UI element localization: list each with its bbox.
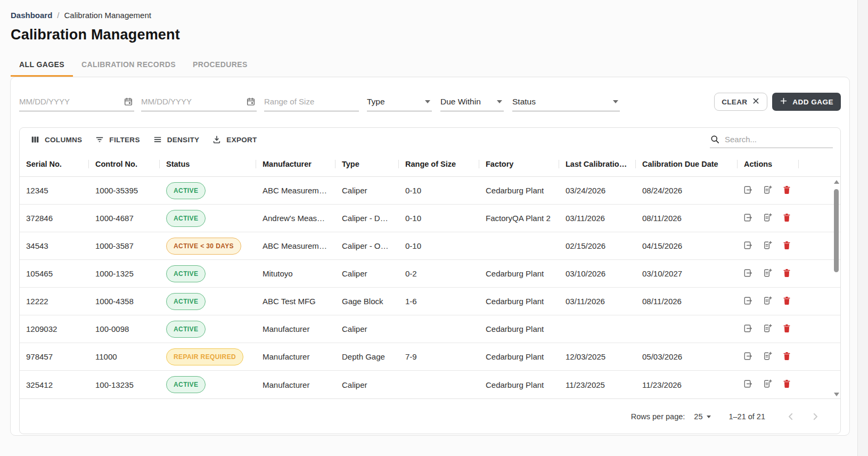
column-header-factory[interactable]: Factory (479, 160, 559, 168)
table-row[interactable]: 345431000-3587ACTIVE < 30 DAYSABC Measur… (20, 232, 840, 260)
date-to-field[interactable] (141, 92, 257, 111)
cell-manufacturer: Manufacturer (256, 352, 335, 361)
add-calibration-record-button[interactable] (763, 323, 773, 335)
date-from-field[interactable] (19, 92, 134, 111)
calendar-icon[interactable] (246, 97, 256, 107)
toolbar-button-label: DENSITY (167, 136, 200, 144)
add-calibration-record-button[interactable] (763, 268, 773, 280)
exit-to-app-icon (743, 296, 753, 307)
status-badge: REPAIR REQUIRED (166, 348, 243, 365)
cell-serial-no: 325412 (20, 380, 89, 389)
column-header-range-of-size[interactable]: Range of Size (399, 160, 479, 168)
export-button[interactable]: EXPORT (207, 132, 262, 148)
table-row[interactable]: 122221000-4358ACTIVEABC Test MFGGage Blo… (20, 288, 840, 315)
column-header-manufacturer[interactable]: Manufacturer (256, 160, 335, 168)
tab-all-gages[interactable]: ALL GAGES (11, 54, 73, 77)
cell-factory: Cedarburg Plant (479, 352, 559, 361)
add-gage-button[interactable]: ADD GAGE (772, 93, 841, 111)
cell-factory: Cedarburg Plant (479, 186, 559, 195)
calendar-icon[interactable] (124, 97, 133, 107)
type-select[interactable]: Type (367, 92, 432, 111)
add-calibration-record-button[interactable] (763, 240, 773, 252)
data-grid: COLUMNSFILTERSDENSITYEXPORT Serial No.Co… (19, 127, 841, 434)
column-header-control-no[interactable]: Control No. (89, 160, 160, 168)
date-to-input[interactable] (141, 97, 246, 106)
scrollbar-up-arrow[interactable] (834, 180, 839, 184)
exit-to-app-icon (743, 351, 753, 363)
open-gage-button[interactable] (743, 323, 753, 335)
column-header-type[interactable]: Type (335, 160, 399, 168)
range-of-size-field[interactable] (264, 92, 359, 111)
cell-actions (738, 323, 799, 335)
search-input[interactable] (724, 134, 833, 144)
tab-calibration-records[interactable]: CALIBRATION RECORDS (73, 54, 184, 77)
add-calibration-record-button[interactable] (763, 351, 773, 363)
scrollbar-down-arrow[interactable] (834, 393, 839, 396)
column-header-serial-no[interactable]: Serial No. (20, 160, 89, 168)
table-scrollbar[interactable] (833, 177, 839, 398)
rows-per-page-value: 25 (694, 412, 702, 421)
cell-actions (738, 213, 799, 224)
clear-filters-button[interactable]: CLEAR (714, 93, 767, 111)
rows-per-page-select[interactable]: 25 (694, 412, 711, 421)
add-calibration-record-button[interactable] (763, 296, 773, 307)
cell-serial-no: 1209032 (20, 324, 89, 333)
open-gage-button[interactable] (743, 296, 753, 307)
range-of-size-input[interactable] (264, 97, 359, 106)
delete-gage-button[interactable] (782, 351, 792, 363)
breadcrumb-dashboard-link[interactable]: Dashboard (11, 11, 52, 20)
delete-gage-button[interactable] (782, 379, 792, 390)
add-calibration-record-button[interactable] (763, 213, 773, 224)
table-row[interactable]: 1054651000-1325ACTIVEMitutoyoCaliper0-2C… (20, 260, 840, 288)
delete-gage-button[interactable] (782, 296, 792, 307)
next-page-button[interactable] (810, 411, 821, 422)
cell-status: ACTIVE (160, 321, 256, 338)
open-gage-button[interactable] (743, 240, 753, 252)
scrollbar-thumb[interactable] (834, 189, 839, 272)
search-field[interactable] (710, 132, 833, 148)
table-row[interactable]: 1209032100-0098ACTIVEManufacturerCaliper… (20, 315, 840, 343)
delete-gage-button[interactable] (782, 323, 792, 335)
status-badge: ACTIVE (166, 265, 206, 282)
delete-gage-button[interactable] (782, 185, 792, 197)
clear-button-label: CLEAR (722, 98, 747, 106)
due-within-select-label: Due Within (440, 97, 481, 107)
open-gage-button[interactable] (743, 268, 753, 280)
cell-actions (738, 240, 799, 252)
table-row[interactable]: 123451000-35395ACTIVEABC Measureme…Calip… (20, 177, 840, 205)
date-from-input[interactable] (19, 97, 124, 106)
page-header: Dashboard / Calibration Management Calib… (0, 0, 868, 77)
delete-gage-button[interactable] (782, 213, 792, 224)
cell-status: ACTIVE (160, 293, 256, 310)
open-gage-button[interactable] (743, 185, 753, 197)
open-gage-button[interactable] (743, 351, 753, 363)
filters-button[interactable]: FILTERS (89, 132, 145, 148)
column-header-status[interactable]: Status (160, 160, 256, 168)
previous-page-button[interactable] (785, 411, 796, 422)
table-row[interactable]: 325412100-13235ACTIVEManufacturerCaliper… (20, 371, 840, 398)
trash-icon (782, 351, 792, 363)
add-calibration-record-button[interactable] (763, 379, 773, 390)
column-header-calibration-due-date[interactable]: Calibration Due Date (636, 160, 738, 168)
viewport-scrollbar[interactable] (857, 0, 868, 456)
tab-procedures[interactable]: PROCEDURES (184, 54, 256, 77)
columns-button[interactable]: COLUMNS (25, 132, 87, 148)
cell-actions (738, 185, 799, 197)
open-gage-button[interactable] (743, 213, 753, 224)
add-calibration-record-button[interactable] (763, 185, 773, 197)
open-gage-button[interactable] (743, 379, 753, 390)
cell-type: Caliper - Out… (335, 241, 399, 250)
due-within-select[interactable]: Due Within (440, 92, 504, 111)
cell-calibration-due-date: 08/24/2026 (636, 186, 738, 195)
cell-control-no: 100-0098 (89, 324, 160, 333)
table-row[interactable]: 97845711000REPAIR REQUIREDManufacturerDe… (20, 343, 840, 371)
column-header-last-calibration[interactable]: Last Calibration … (559, 160, 636, 168)
cell-calibration-due-date: 04/15/2026 (636, 241, 738, 250)
status-select[interactable]: Status (512, 92, 620, 111)
delete-gage-button[interactable] (782, 268, 792, 280)
density-button[interactable]: DENSITY (148, 132, 205, 148)
column-header-actions[interactable]: Actions (738, 160, 799, 168)
delete-gage-button[interactable] (782, 240, 792, 252)
cell-factory: Cedarburg Plant (479, 324, 559, 333)
table-row[interactable]: 3728461000-4687ACTIVEAndrew's Measur…Cal… (20, 205, 840, 232)
